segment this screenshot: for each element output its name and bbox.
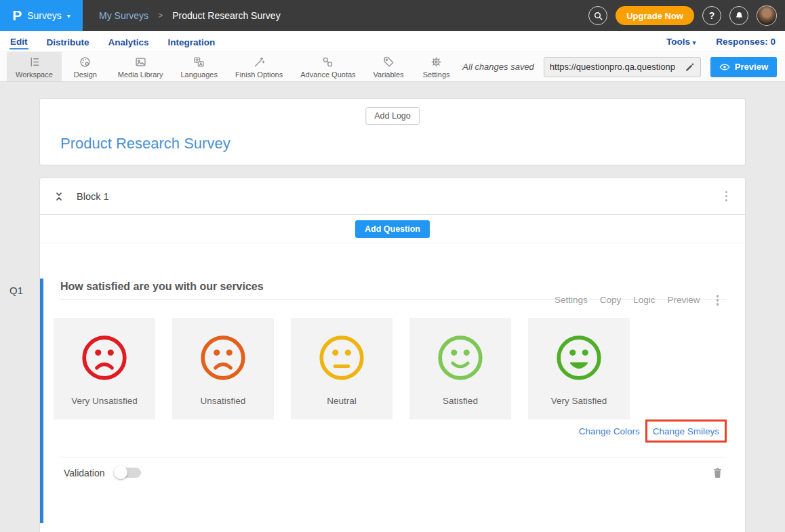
toolbar-item-advance-quotas[interactable]: Advance Quotas (291, 52, 364, 81)
toolbar-item-label: Workspace (16, 70, 53, 79)
smiley-option-neutral[interactable]: Neutral (291, 318, 392, 420)
pencil-icon[interactable] (685, 62, 695, 72)
editor-toolbar: WorkspaceDesignMedia LibraryLanguagesFin… (0, 52, 785, 82)
add-question-button-top[interactable]: Add Question (355, 220, 430, 238)
smiley-option-very-unsatisfied[interactable]: Very Unsatisfied (54, 318, 155, 420)
smiley-icon (554, 333, 604, 383)
breadcrumb-separator: > (158, 11, 163, 20)
settings-icon (430, 56, 443, 68)
help-button[interactable]: ? (702, 6, 721, 25)
validation-toggle[interactable] (115, 468, 141, 478)
app-menu-label: Surveys (27, 10, 62, 21)
survey-url-box (544, 57, 701, 77)
toolbar-item-design[interactable]: Design (62, 52, 109, 81)
chevron-down-icon: ▾ (693, 39, 696, 46)
questionpro-logo: P (12, 7, 22, 24)
tab-edit[interactable]: Edit (9, 34, 28, 49)
validation-row: Validation (60, 457, 727, 488)
subnav-right: Tools ▾ Responses: 0 (666, 37, 776, 47)
change-colors-link[interactable]: Change Colors (579, 426, 640, 436)
smiley-icon (317, 333, 367, 383)
tools-menu[interactable]: Tools ▾ (666, 37, 696, 47)
search-icon (593, 11, 603, 21)
question-action-logic[interactable]: Logic (633, 295, 655, 305)
toolbar-item-workspace[interactable]: Workspace (7, 52, 62, 81)
smiley-option-satisfied[interactable]: Satisfied (409, 318, 511, 420)
validation-label: Validation (64, 468, 104, 478)
block-title[interactable]: Block 1 (77, 191, 109, 202)
block-card: Block 1 Add Question SettingsCopyLogicPr… (39, 178, 746, 532)
toolbar-item-media-library[interactable]: Media Library (109, 52, 172, 81)
help-icon: ? (709, 10, 715, 21)
smiley-option-label: Satisfied (443, 396, 478, 406)
toolbar-item-label: Variables (374, 70, 404, 79)
toolbar-item-label: Advance Quotas (300, 70, 355, 79)
toolbar-item-variables[interactable]: Variables (365, 52, 413, 81)
subnav: EditDistributeAnalyticsIntegration Tools… (0, 31, 785, 52)
upgrade-now-button[interactable]: Upgrade Now (616, 6, 694, 25)
avatar[interactable] (757, 5, 777, 26)
breadcrumb-current: Product Research Survey (172, 10, 281, 21)
smiley-option-label: Unsatisfied (201, 396, 246, 406)
finish-options-icon (253, 56, 266, 68)
variables-icon (382, 56, 395, 68)
bell-icon (734, 11, 744, 21)
delete-question-button[interactable] (712, 467, 723, 478)
chevron-down-icon: ▾ (67, 12, 71, 20)
breadcrumb-my-surveys[interactable]: My Surveys (99, 10, 148, 21)
responses-count[interactable]: Responses: 0 (716, 37, 776, 47)
toolbar-item-label: Media Library (118, 70, 163, 79)
topbar: P Surveys ▾ My Surveys > Product Researc… (0, 0, 785, 31)
add-logo-button[interactable]: Add Logo (365, 107, 420, 125)
toolbar-item-languages[interactable]: Languages (172, 52, 226, 81)
toolbar-right: All changes saved Preview (462, 52, 785, 81)
add-question-row-top: Add Question (40, 215, 745, 243)
preview-button[interactable]: Preview (710, 57, 777, 77)
topbar-actions: Upgrade Now ? (588, 5, 785, 26)
workspace-icon (28, 56, 41, 68)
toolbar-item-settings[interactable]: Settings (413, 52, 460, 81)
question-card: SettingsCopyLogicPreview How satisfied a… (40, 279, 745, 523)
toolbar-item-label: Design (74, 70, 97, 79)
toolbar-items: WorkspaceDesignMedia LibraryLanguagesFin… (7, 52, 460, 81)
smiley-option-label: Neutral (327, 396, 357, 406)
smiley-option-very-satisfied[interactable]: Very Satisfied (528, 318, 630, 420)
smiley-option-unsatisfied[interactable]: Unsatisfied (172, 318, 274, 420)
notifications-button[interactable] (729, 6, 748, 25)
tab-integration[interactable]: Integration (167, 35, 216, 49)
survey-header-card: Add Logo Product Research Survey (39, 98, 746, 165)
question-action-copy[interactable]: Copy (600, 295, 622, 305)
smiley-icon (198, 333, 248, 383)
save-status: All changes saved (462, 62, 534, 72)
survey-url-input[interactable] (550, 62, 685, 72)
app-menu[interactable]: P Surveys ▾ (0, 0, 83, 31)
media-library-icon (134, 56, 147, 68)
change-smileys-link[interactable]: Change Smileys (653, 426, 719, 436)
smiley-scale: Very UnsatisfiedUnsatisfiedNeutralSatisf… (54, 318, 727, 420)
workspace-page: Add Logo Product Research Survey Block 1… (0, 82, 785, 532)
question-actions: SettingsCopyLogicPreview (555, 292, 723, 308)
collapse-block-icon[interactable] (54, 191, 64, 202)
question-id-label: Q1 (9, 285, 23, 296)
toolbar-item-label: Settings (423, 70, 450, 79)
smiley-icon (79, 333, 129, 383)
smiley-icon (435, 333, 485, 383)
nav-tabs: EditDistributeAnalyticsIntegration (9, 31, 216, 52)
question-action-preview[interactable]: Preview (667, 295, 700, 305)
block-footer: Add Question Page Break Separator (40, 523, 745, 532)
design-icon (79, 56, 92, 68)
eye-icon (719, 63, 730, 71)
tab-analytics[interactable]: Analytics (108, 35, 150, 49)
toolbar-item-label: Finish Options (235, 70, 283, 79)
smiley-option-label: Very Satisfied (551, 396, 607, 406)
breadcrumb: My Surveys > Product Research Survey (99, 10, 281, 21)
tab-distribute[interactable]: Distribute (46, 35, 90, 49)
block-menu-kebab-icon[interactable] (721, 188, 732, 205)
toolbar-item-label: Languages (180, 70, 217, 79)
question-menu-kebab-icon[interactable] (712, 292, 723, 308)
search-button[interactable] (588, 6, 607, 25)
survey-title[interactable]: Product Research Survey (60, 135, 230, 152)
toolbar-item-finish-options[interactable]: Finish Options (226, 52, 291, 81)
question-action-settings[interactable]: Settings (555, 295, 588, 305)
smiley-links-row: Change Colors Change Smileys (60, 420, 727, 443)
